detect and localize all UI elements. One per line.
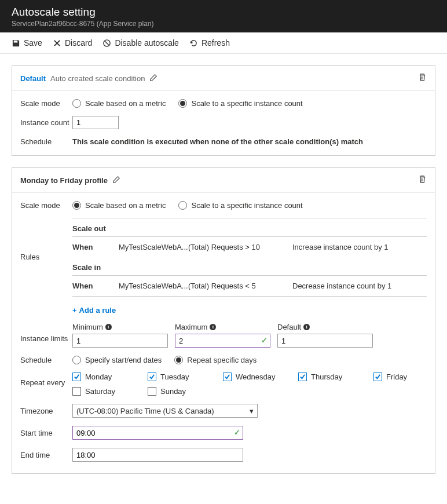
- checkbox-label: Thursday: [311, 372, 342, 381]
- info-icon[interactable]: i: [210, 324, 216, 330]
- radio-icon: [72, 99, 81, 108]
- checkbox-monday[interactable]: Monday: [72, 372, 142, 381]
- checkbox-icon: [298, 372, 307, 381]
- radio-icon: [178, 99, 187, 108]
- default-panel-title: Default: [20, 74, 46, 83]
- chevron-down-icon: ▾: [250, 407, 254, 415]
- checkbox-sunday[interactable]: Sunday: [148, 387, 217, 396]
- checkbox-icon: [72, 372, 81, 381]
- timezone-label: Timezone: [20, 407, 72, 415]
- timezone-select[interactable]: (UTC-08:00) Pacific Time (US & Canada) ▾: [72, 404, 258, 418]
- rule-action: Decrease instance count by 1: [292, 282, 427, 290]
- rule-resource: MyTestScaleWebA...: [119, 243, 188, 251]
- rule-condition: (Total) Requests > 10: [188, 243, 292, 251]
- edit-icon[interactable]: [112, 176, 120, 185]
- default-panel-header: Default Auto created scale condition: [12, 66, 435, 91]
- scale-out-header: Scale out: [72, 218, 427, 237]
- checkbox-icon: [223, 372, 232, 381]
- limits-row: Minimum i Maximum i ✓: [72, 323, 427, 348]
- profile-panel: Monday to Friday profile Scale mode Scal…: [12, 167, 435, 474]
- rules-label: Rules: [20, 218, 72, 261]
- add-rule-button[interactable]: + Add a rule: [72, 297, 427, 318]
- min-label: Minimum i: [72, 323, 168, 331]
- instance-limits-label: Instance limits: [20, 323, 72, 343]
- radio-icon: [174, 356, 183, 364]
- disable-icon: [102, 39, 111, 48]
- end-time-input[interactable]: [72, 448, 243, 462]
- checkbox-label: Saturday: [85, 387, 115, 396]
- info-icon[interactable]: i: [303, 324, 310, 330]
- save-button[interactable]: Save: [12, 38, 42, 48]
- save-button-label: Save: [24, 38, 42, 48]
- rules-section: Scale out When MyTestScaleWebA... (Total…: [72, 218, 427, 318]
- radio-specify-dates[interactable]: Specify start/end dates: [72, 356, 162, 364]
- radio-count-label: Scale to a specific instance count: [191, 99, 302, 108]
- radio-scale-metric[interactable]: Scale based on a metric: [72, 99, 166, 108]
- days-grid: Monday Tuesday Wednesday Thursday Friday: [72, 372, 427, 396]
- scale-mode-label: Scale mode: [20, 99, 72, 108]
- minimum-input[interactable]: [72, 334, 168, 348]
- profile-panel-body: Scale mode Scale based on a metric Scale…: [12, 193, 435, 473]
- info-icon[interactable]: i: [105, 324, 112, 330]
- checkbox-friday[interactable]: Friday: [373, 372, 420, 381]
- plus-icon: +: [72, 306, 77, 315]
- maximum-input[interactable]: [175, 334, 270, 348]
- page-title: Autoscale setting: [12, 6, 435, 19]
- checkbox-thursday[interactable]: Thursday: [298, 372, 368, 381]
- instance-count-input[interactable]: [72, 116, 119, 129]
- radio-repeat-label: Repeat specific days: [187, 356, 257, 364]
- instance-count-label: Instance count: [20, 118, 72, 127]
- schedule-text: This scale condition is executed when no…: [72, 137, 427, 146]
- refresh-button[interactable]: Refresh: [189, 38, 230, 48]
- toolbar: Save Discard Disable autoscale Refresh: [0, 32, 447, 54]
- checkbox-icon: [72, 387, 81, 396]
- radio-scale-count[interactable]: Scale to a specific instance count: [178, 201, 302, 210]
- radio-count-label: Scale to a specific instance count: [191, 201, 302, 210]
- disable-autoscale-button[interactable]: Disable autoscale: [102, 38, 179, 48]
- radio-metric-label: Scale based on a metric: [85, 99, 166, 108]
- end-time-label: End time: [20, 451, 72, 459]
- default-panel-body: Scale mode Scale based on a metric Scale…: [12, 91, 435, 155]
- radio-dates-label: Specify start/end dates: [85, 356, 162, 364]
- checkbox-label: Sunday: [160, 387, 186, 396]
- checkbox-label: Wednesday: [236, 372, 275, 381]
- add-rule-label: Add a rule: [79, 306, 116, 315]
- delete-icon[interactable]: [418, 175, 427, 185]
- checkbox-label: Tuesday: [160, 372, 189, 381]
- checkbox-icon: [373, 372, 382, 381]
- refresh-icon: [189, 39, 198, 48]
- radio-icon: [72, 201, 81, 210]
- default-panel-subtitle: Auto created scale condition: [50, 74, 145, 83]
- start-time-input[interactable]: [72, 426, 243, 440]
- rule-when-label: When: [72, 243, 119, 251]
- check-icon: ✓: [261, 336, 268, 345]
- scale-out-rule[interactable]: When MyTestScaleWebA... (Total) Requests…: [72, 237, 427, 257]
- default-input[interactable]: [277, 334, 373, 348]
- start-time-label: Start time: [20, 429, 72, 437]
- max-label: Maximum i: [175, 323, 270, 331]
- checkbox-saturday[interactable]: Saturday: [72, 387, 142, 396]
- refresh-button-label: Refresh: [201, 38, 230, 48]
- checkbox-tuesday[interactable]: Tuesday: [148, 372, 217, 381]
- edit-icon[interactable]: [149, 74, 157, 83]
- profile-panel-title: Monday to Friday profile: [20, 176, 108, 185]
- check-icon: ✓: [234, 428, 240, 437]
- checkbox-icon: [148, 372, 156, 381]
- radio-repeat-days[interactable]: Repeat specific days: [174, 356, 257, 364]
- radio-scale-metric[interactable]: Scale based on a metric: [72, 201, 166, 210]
- radio-metric-label: Scale based on a metric: [85, 201, 166, 210]
- scale-in-rule[interactable]: When MyTestScaleWebA... (Total) Requests…: [72, 276, 427, 296]
- repeat-label: Repeat every: [20, 372, 72, 387]
- save-icon: [12, 39, 20, 48]
- radio-scale-count[interactable]: Scale to a specific instance count: [178, 99, 302, 108]
- page-header: Autoscale setting ServicePlan2af96bcc-86…: [0, 0, 447, 32]
- timezone-value: (UTC-08:00) Pacific Time (US & Canada): [76, 407, 214, 415]
- rule-condition: (Total) Requests < 5: [188, 282, 292, 290]
- delete-icon[interactable]: [418, 73, 427, 83]
- checkbox-wednesday[interactable]: Wednesday: [223, 372, 292, 381]
- rule-action: Increase instance count by 1: [292, 243, 427, 251]
- close-icon: [53, 39, 61, 48]
- checkbox-label: Monday: [85, 372, 112, 381]
- discard-button[interactable]: Discard: [53, 38, 92, 48]
- checkbox-icon: [148, 387, 156, 396]
